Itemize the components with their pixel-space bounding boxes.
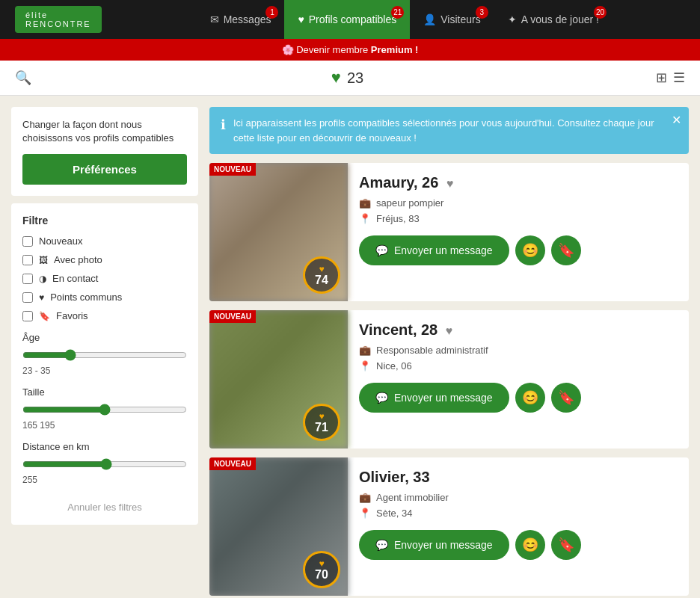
nouveau-badge-1: NOUVEAU [209,310,256,323]
taille-values: 165 195 [22,420,187,431]
filter-box: Filtre Nouveaux 🖼 Avec photo ◑ En contac… [11,203,198,525]
filter-nouveaux-checkbox[interactable] [22,236,33,247]
filter-photo-checkbox[interactable] [22,255,33,265]
score-num-2: 70 [315,569,328,581]
nav-visiteurs[interactable]: 👤 Visiteurs 3 [410,0,494,39]
bookmark-button-1[interactable]: 🔖 [551,383,581,413]
send-message-button-2[interactable]: 💬 Envoyer un message [359,530,509,560]
smile-button-0[interactable]: 😊 [515,235,545,265]
distance-value: 255 [22,475,187,485]
nav-profils[interactable]: ♥ Profils compatibles 21 [284,0,410,39]
bookmark-button-2[interactable]: 🔖 [551,530,581,560]
filter-contact-checkbox[interactable] [22,274,33,284]
heart-icon: ♥ [331,68,341,87]
messages-icon: ✉ [210,13,219,25]
compat-icon-0: ♥ [446,177,454,190]
jeu-icon: ✦ [508,13,517,25]
card-actions-0: 💬 Envoyer un message 😊 🔖 [359,235,678,265]
nouveau-badge-0: NOUVEAU [209,163,256,176]
heart-count-display: ♥ 23 [331,68,363,87]
info-banner-text: Ici apparaissent les profils compatibles… [233,116,678,145]
score-num-1: 71 [315,422,328,434]
location-icon-0: 📍 [359,213,371,224]
profile-job-1: 💼 Responsable administratif [359,345,678,356]
card-actions-2: 💬 Envoyer un message 😊 🔖 [359,530,678,560]
smile-button-2[interactable]: 😊 [515,530,545,560]
card-info-2: Olivier, 33 💼 Agent immobilier 📍 Sète, 3… [348,457,689,596]
age-slider[interactable] [22,349,187,361]
logo[interactable]: élite RENCONTRE [15,6,102,33]
card-info-1: Vincent, 28 ♥ 💼 Responsable administrati… [348,310,689,449]
premium-bar[interactable]: 🌸 Devenir membre Premium ! [0,39,700,61]
filter-nouveaux: Nouveaux [22,235,187,247]
list-view-icon[interactable]: ☰ [673,70,685,86]
nav-items: ✉ Messages 1 ♥ Profils compatibles 21 👤 … [124,0,685,39]
send-message-button-0[interactable]: 💬 Envoyer un message [359,235,509,265]
nav-profils-label: Profils compatibles [309,13,397,25]
photo-icon: 🖼 [39,255,48,265]
right-content: ℹ Ici apparaissent les profils compatibl… [209,107,689,598]
filter-communs: ♥ Points communs [22,292,187,303]
profile-name-0: Amaury, 26 ♥ [359,174,678,191]
profile-card-0: NOUVEAU ♥ 74 Amaury, 26 ♥ 💼 sapeur pompi… [209,163,689,301]
score-heart-icon-0: ♥ [319,264,324,274]
score-circle-2: ♥ 70 [303,551,340,588]
profile-job-2: 💼 Agent immobilier [359,492,678,503]
nav-visiteurs-label: Visiteurs [440,13,480,25]
location-icon-1: 📍 [359,360,371,372]
nav-jeu-label: A vous de jouer ! [521,13,599,25]
score-num-0: 74 [315,274,328,286]
search-icon[interactable]: 🔍 [15,70,31,86]
profile-location-0: 📍 Fréjus, 83 [359,213,678,224]
profile-photo-0[interactable]: NOUVEAU ♥ 74 [209,163,348,301]
send-message-button-1[interactable]: 💬 Envoyer un message [359,383,509,413]
compat-icon-1: ♥ [446,324,453,337]
score-heart-icon-2: ♥ [319,558,324,569]
grid-view-icon[interactable]: ⊞ [656,70,667,86]
filter-communs-label: Points communs [50,292,122,303]
distance-slider-container: 255 [22,458,187,485]
message-icon-1: 💬 [375,392,388,404]
job-icon-0: 💼 [359,197,371,209]
profile-name-2: Olivier, 33 [359,469,678,486]
distance-label: Distance en km [22,441,187,452]
top-nav: élite RENCONTRE ✉ Messages 1 ♥ Profils c… [0,0,700,39]
filter-title: Filtre [22,215,187,226]
age-values: 23 - 35 [22,366,187,376]
filter-favoris-checkbox[interactable] [22,311,33,321]
score-circle-1: ♥ 71 [303,404,340,441]
nouveau-badge-2: NOUVEAU [209,457,256,470]
smile-button-1[interactable]: 😊 [515,383,545,413]
preferences-button[interactable]: Préférences [22,154,187,185]
profile-card-1: NOUVEAU ♥ 71 Vincent, 28 ♥ 💼 Responsable… [209,310,689,449]
message-icon-0: 💬 [375,244,388,256]
count-number: 23 [347,70,363,87]
taille-slider-container: 165 195 [22,404,187,431]
reset-filters-button[interactable]: Annuler les filtres [22,502,187,513]
info-icon: ℹ [221,117,226,133]
profils-badge: 21 [391,6,404,19]
visiteurs-icon: 👤 [423,13,436,25]
sidebar-prefs-box: Changer la façon dont nous choisissons v… [11,107,198,196]
filter-communs-checkbox[interactable] [22,292,33,303]
premium-bold: Premium ! [371,44,419,55]
filter-photo-label: Avec photo [54,254,102,265]
bookmark-button-0[interactable]: 🔖 [551,235,581,265]
filter-nouveaux-label: Nouveaux [39,235,83,247]
nav-jeu[interactable]: ✦ A vous de jouer ! 20 [494,0,612,39]
visiteurs-badge: 3 [476,6,488,19]
nav-messages[interactable]: ✉ Messages 1 [197,0,285,39]
profile-photo-1[interactable]: NOUVEAU ♥ 71 [209,310,348,449]
card-actions-1: 💬 Envoyer un message 😊 🔖 [359,383,678,413]
location-icon-2: 📍 [359,508,371,519]
search-bar: 🔍 ♥ 23 ⊞ ☰ [0,61,700,96]
nav-messages-label: Messages [224,13,271,25]
info-close-button[interactable]: ✕ [672,113,681,127]
taille-slider[interactable] [22,404,187,416]
view-icons: ⊞ ☰ [656,70,685,86]
filter-contact-label: En contact [52,273,98,284]
distance-slider[interactable] [22,458,187,470]
contact-icon: ◑ [39,274,46,284]
messages-badge: 1 [265,6,278,19]
profile-photo-2[interactable]: NOUVEAU ♥ 70 [209,457,348,596]
